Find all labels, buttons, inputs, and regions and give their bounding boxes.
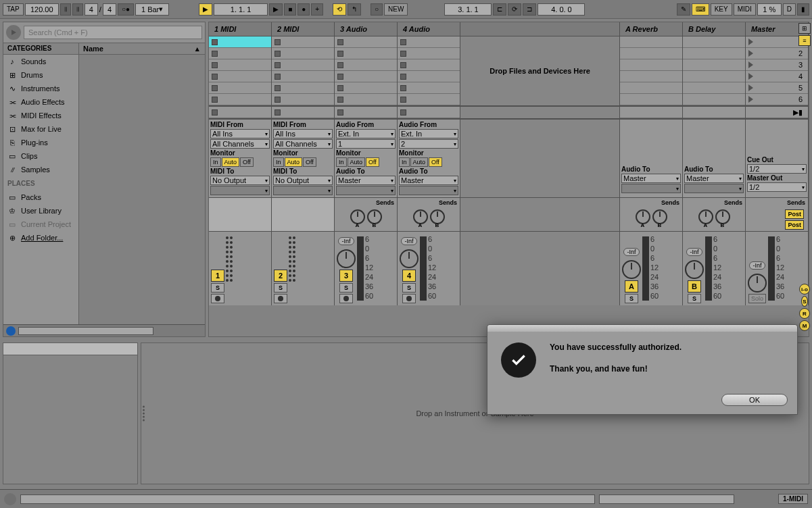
audio-from-select[interactable]: Ext. In: [336, 129, 396, 138]
time-sig-den[interactable]: 4: [103, 3, 116, 16]
stop-button[interactable]: ■: [284, 3, 296, 16]
io-empty[interactable]: [336, 186, 396, 195]
volume-display[interactable]: -Inf: [623, 248, 639, 256]
clip-slot[interactable]: [335, 94, 397, 105]
volume-display[interactable]: -Inf: [686, 248, 702, 256]
monitor-in[interactable]: In: [399, 157, 410, 167]
clip-slot[interactable]: [209, 36, 271, 48]
send-b-knob[interactable]: B: [652, 209, 667, 224]
clip-slot[interactable]: [272, 71, 334, 82]
punch-out-button[interactable]: ⊐: [523, 3, 536, 16]
category-max-for-live[interactable]: ⊡Max for Live: [3, 122, 78, 136]
track-activator-b[interactable]: B: [688, 280, 701, 293]
midi-channel-select[interactable]: All Channels: [210, 139, 270, 149]
session-view-button[interactable]: ⊞: [798, 23, 811, 34]
clip-slot[interactable]: [272, 82, 334, 94]
pan-knob[interactable]: [748, 274, 767, 293]
follow-button[interactable]: ▶: [199, 3, 212, 16]
play-button[interactable]: ▶: [269, 3, 283, 16]
place-add-folder[interactable]: ⊕Add Folder...: [3, 231, 78, 245]
master-solo-button[interactable]: Solo: [748, 294, 766, 303]
audio-to-select[interactable]: Master: [336, 176, 396, 185]
dialog-titlebar[interactable]: [487, 325, 797, 332]
track-header-2[interactable]: 2 MIDI: [272, 22, 335, 36]
disk-overload-button[interactable]: D: [783, 3, 796, 16]
loop-start[interactable]: 3. 1. 1: [444, 3, 492, 16]
midi-to-select[interactable]: No Output: [210, 176, 270, 185]
info-toggle-button[interactable]: [4, 493, 16, 505]
clip-slot[interactable]: [272, 48, 334, 59]
clip-slot[interactable]: [335, 71, 397, 82]
scene-launch-6[interactable]: 6: [746, 94, 808, 105]
return-a-header[interactable]: A Reverb: [620, 22, 683, 36]
cue-out-select[interactable]: 1/2: [747, 164, 807, 174]
track-activator-3[interactable]: 3: [339, 270, 353, 282]
audio-to-select[interactable]: Master: [399, 176, 458, 185]
audio-to-select[interactable]: Master: [684, 174, 744, 183]
category-audio-effects[interactable]: ⫘Audio Effects: [3, 95, 78, 109]
search-input[interactable]: [24, 26, 202, 39]
midi-to-select[interactable]: No Output: [273, 176, 333, 185]
session-record-button[interactable]: ○: [371, 3, 383, 16]
new-scene-button[interactable]: NEW: [384, 3, 408, 16]
stop-all-button[interactable]: ▶▮: [746, 107, 808, 118]
arm-button[interactable]: [339, 294, 353, 303]
monitor-in[interactable]: In: [273, 157, 284, 167]
clip-slot[interactable]: [335, 48, 397, 59]
audio-from-select[interactable]: Ext. In: [399, 129, 458, 138]
browser-content[interactable]: [79, 55, 205, 324]
io-empty[interactable]: [684, 184, 744, 193]
scene-launch-2[interactable]: 2: [746, 48, 808, 59]
volume-display[interactable]: -Inf: [401, 237, 416, 245]
return-toggle[interactable]: R: [799, 308, 810, 319]
metronome-button[interactable]: ○●: [118, 3, 134, 16]
category-drums[interactable]: ⊞Drums: [3, 68, 78, 82]
send-b-knob[interactable]: B: [715, 209, 730, 224]
drop-zone[interactable]: Drop Files and Devices Here: [460, 36, 620, 105]
category-instruments[interactable]: ∿Instruments: [3, 82, 78, 95]
clip-slot[interactable]: [209, 71, 271, 82]
overview-bar[interactable]: [20, 494, 595, 504]
preview-play-button[interactable]: [6, 25, 21, 40]
clip-slot[interactable]: [272, 36, 334, 48]
scene-launch-4[interactable]: 4: [746, 71, 808, 82]
nudge-down-button[interactable]: ⫴: [60, 3, 71, 16]
solo-button[interactable]: S: [688, 294, 701, 303]
overdub-button[interactable]: +: [311, 3, 323, 16]
monitor-auto[interactable]: Auto: [222, 157, 240, 167]
category-plugins[interactable]: ⎘Plug-ins: [3, 136, 78, 149]
monitor-in[interactable]: In: [336, 157, 347, 167]
stop-all-clip-4[interactable]: [398, 107, 460, 118]
clip-slot[interactable]: [209, 82, 271, 94]
io-empty[interactable]: [621, 184, 681, 193]
clip-slot[interactable]: [398, 94, 460, 105]
audio-channel-select[interactable]: 2: [399, 139, 458, 149]
solo-button[interactable]: S: [274, 283, 287, 293]
arm-button[interactable]: [211, 294, 224, 303]
monitor-auto[interactable]: Auto: [285, 157, 303, 167]
midi-map-button[interactable]: MIDI: [734, 3, 756, 16]
monitor-off[interactable]: Off: [366, 157, 379, 167]
post-b-button[interactable]: Post: [785, 220, 804, 230]
master-out-select[interactable]: 1/2: [747, 182, 807, 192]
place-packs[interactable]: ▭Packs: [3, 190, 78, 204]
clip-view-panel[interactable]: [3, 342, 138, 484]
clip-slot[interactable]: [272, 59, 334, 71]
clip-slot[interactable]: [398, 71, 460, 82]
send-a-knob[interactable]: A: [413, 209, 428, 224]
punch-in-button[interactable]: ⊏: [493, 3, 506, 16]
audio-to-select[interactable]: Master: [621, 174, 681, 183]
clip-slot[interactable]: [335, 36, 397, 48]
stop-all-clip-3[interactable]: [335, 107, 397, 118]
scene-launch-5[interactable]: 5: [746, 82, 808, 94]
solo-button[interactable]: S: [211, 283, 224, 293]
draw-mode-button[interactable]: ✎: [677, 3, 690, 16]
track-header-1[interactable]: 1 MIDI: [209, 22, 272, 36]
category-clips[interactable]: ▭Clips: [3, 149, 78, 163]
solo-button[interactable]: S: [402, 283, 416, 293]
monitor-auto[interactable]: Auto: [410, 157, 429, 167]
clip-slot[interactable]: [335, 59, 397, 71]
monitor-auto[interactable]: Auto: [348, 157, 366, 167]
computer-midi-button[interactable]: ⌨: [692, 3, 709, 16]
arm-button[interactable]: [274, 294, 287, 303]
